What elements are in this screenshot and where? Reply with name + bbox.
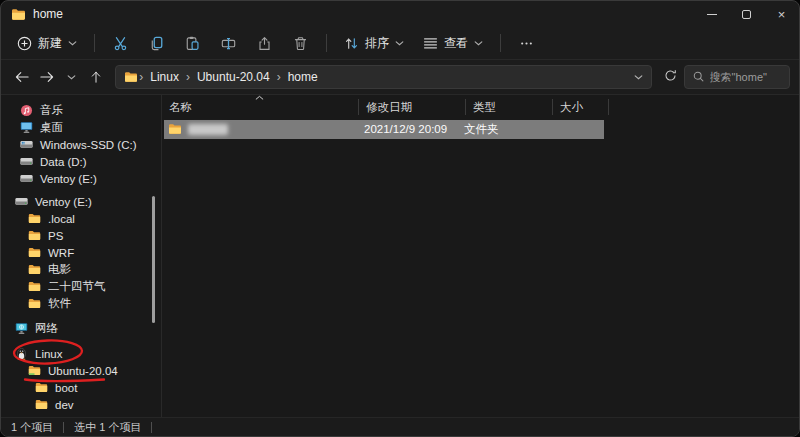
view-button[interactable]: 查看 [414, 29, 492, 57]
search-input[interactable] [710, 71, 780, 83]
content-area: 音乐桌面Windows-SSD (C:)Data (D:)Ventoy (E:)… [1, 95, 799, 417]
breadcrumb-item[interactable]: Ubuntu-20.04 [191, 70, 276, 84]
folder-icon [11, 8, 26, 21]
search-box[interactable] [684, 65, 790, 89]
rename-button[interactable] [211, 29, 246, 57]
sidebar-item-label: Ventoy (E:) [40, 173, 97, 185]
view-lines-icon [423, 36, 438, 51]
status-text: 1 个项目 [11, 420, 53, 435]
status-divider [151, 422, 152, 433]
file-type: 文件夹 [464, 120, 499, 139]
folder-icon [35, 398, 48, 411]
sort-button[interactable]: 排序 [335, 29, 413, 57]
sidebar-item-桌面[interactable]: 桌面 [1, 119, 161, 136]
sort-arrows-icon [344, 36, 359, 51]
drive-win-icon [20, 138, 33, 151]
share-button[interactable] [247, 29, 282, 57]
sidebar-item-.local[interactable]: .local [1, 210, 161, 227]
trash-icon [293, 36, 308, 51]
new-button-label: 新建 [38, 35, 62, 52]
status-divider [63, 422, 64, 433]
copy-button[interactable] [139, 29, 174, 57]
toolbar-divider [94, 34, 95, 52]
column-header-1[interactable]: 修改日期 [359, 99, 466, 115]
sidebar-item-label: WRF [48, 247, 74, 259]
maximize-icon [742, 10, 751, 19]
back-button[interactable] [10, 65, 35, 90]
status-text: 选中 1 个项目 [74, 420, 141, 435]
network-icon [15, 322, 28, 335]
address-bar: ›Linux›Ubuntu-20.04›home [1, 60, 799, 95]
status-bar: 1 个项目选中 1 个项目 [1, 417, 799, 437]
up-button[interactable] [84, 65, 109, 90]
window-title: home [33, 7, 63, 21]
sidebar-item-软件[interactable]: 软件 [1, 295, 161, 312]
paste-button[interactable] [175, 29, 210, 57]
paste-icon [185, 36, 200, 51]
sidebar-item-label: 网络 [35, 321, 58, 336]
column-header-2[interactable]: 类型 [466, 99, 553, 115]
drive-icon [20, 155, 33, 168]
sidebar-item-Windows-SSD (C:)[interactable]: Windows-SSD (C:) [1, 136, 161, 153]
column-header-0[interactable]: 名称 [162, 99, 359, 115]
sidebar-item-label: 软件 [48, 296, 71, 311]
folder-icon [28, 212, 41, 225]
folder-icon [35, 381, 48, 394]
close-icon: × [778, 8, 786, 21]
toolbar-divider [326, 34, 327, 52]
address-dropdown-icon[interactable] [634, 75, 643, 80]
sidebar-item-Linux[interactable]: Linux [1, 345, 161, 362]
forward-button[interactable] [35, 65, 60, 90]
cut-button[interactable] [103, 29, 138, 57]
refresh-button[interactable] [658, 65, 684, 90]
more-options-button[interactable] [509, 29, 544, 57]
sidebar-item-label: 桌面 [40, 120, 63, 135]
sidebar-item-label: Linux [35, 348, 63, 360]
sidebar-item-label: dev [55, 399, 74, 411]
breadcrumb-items: ›Linux›Ubuntu-20.04›home [138, 70, 323, 84]
file-row[interactable]: 2021/12/9 20:09文件夹 [164, 120, 604, 139]
music-icon [20, 104, 33, 117]
plus-circle-icon [17, 36, 32, 51]
sidebar-item-label: PS [48, 230, 63, 242]
refresh-icon [664, 68, 677, 86]
folder-icon [168, 123, 182, 135]
sidebar-item-Data (D:)[interactable]: Data (D:) [1, 153, 161, 170]
sidebar-item-Ubuntu-20.04[interactable]: Ubuntu-20.04 [1, 362, 161, 379]
sidebar-item-boot[interactable]: boot [1, 379, 161, 396]
maximize-button[interactable] [729, 1, 764, 27]
column-headers: 名称修改日期类型大小 [162, 95, 799, 118]
breadcrumb[interactable]: ›Linux›Ubuntu-20.04›home [115, 65, 652, 89]
copy-icon [149, 36, 164, 51]
sidebar-item-音乐[interactable]: 音乐 [1, 102, 161, 119]
recent-locations-button[interactable] [59, 65, 84, 90]
sidebar-scrollbar[interactable] [152, 196, 155, 323]
sidebar-item-二十四节气[interactable]: 二十四节气 [1, 278, 161, 295]
sidebar-item-clipped-folder[interactable] [1, 413, 161, 417]
sidebar-item-电影[interactable]: 电影 [1, 261, 161, 278]
ellipsis-icon [519, 36, 534, 51]
folder-icon [28, 263, 41, 276]
breadcrumb-item[interactable]: Linux [144, 70, 185, 84]
chevron-down-icon [395, 41, 404, 46]
sidebar-item-Ventoy (E:)[interactable]: Ventoy (E:) [1, 170, 161, 187]
sidebar-item-label: 电影 [48, 262, 71, 277]
sidebar-item-label: Ventoy (E:) [35, 196, 92, 208]
close-button[interactable]: × [764, 1, 799, 27]
breadcrumb-item[interactable]: home [282, 70, 324, 84]
delete-button[interactable] [283, 29, 318, 57]
drive-icon [15, 195, 28, 208]
share-icon [257, 36, 272, 51]
minimize-button[interactable] [694, 1, 729, 27]
column-header-3[interactable]: 大小 [553, 99, 609, 115]
sidebar-item-dev[interactable]: dev [1, 396, 161, 413]
new-button[interactable]: 新建 [8, 29, 86, 57]
sidebar-item-WRF[interactable]: WRF [1, 244, 161, 261]
sidebar-item-PS[interactable]: PS [1, 227, 161, 244]
sidebar-item-网络[interactable]: 网络 [1, 320, 161, 337]
title-bar: home × [1, 1, 799, 27]
sidebar-item-Ventoy (E:)[interactable]: Ventoy (E:) [1, 193, 161, 210]
sidebar-item-label: Ubuntu-20.04 [48, 365, 118, 377]
scissors-icon [113, 36, 128, 51]
sidebar-item-label: Windows-SSD (C:) [40, 139, 136, 151]
